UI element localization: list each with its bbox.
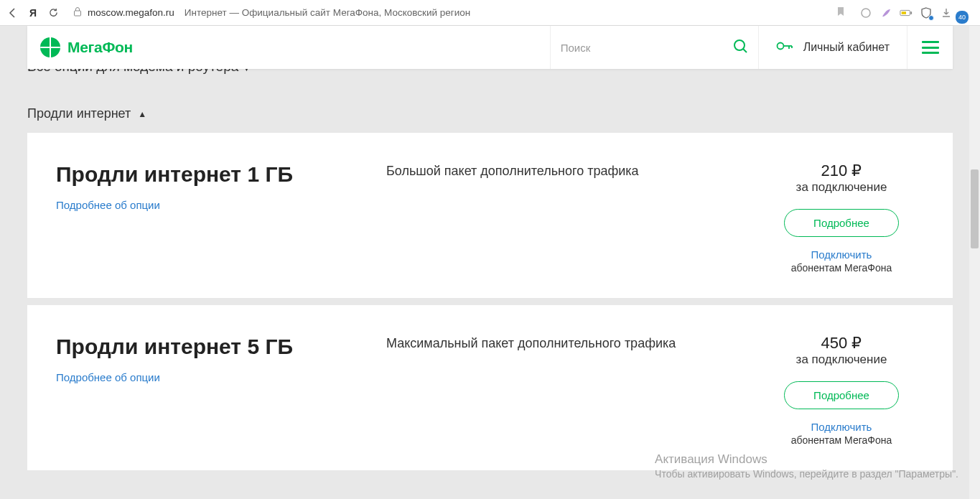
account-label: Личный кабинет (803, 41, 890, 54)
svg-rect-3 (902, 11, 906, 14)
plan-details-link[interactable]: Подробнее об опции (56, 199, 160, 211)
plan-price: 450 ₽ (759, 334, 924, 353)
plan-title: Продли интернет 1 ГБ (56, 162, 386, 187)
logo-text: МегаФон (67, 39, 133, 56)
svg-point-1 (862, 9, 870, 17)
plan-price-sub: за подключение (759, 180, 924, 195)
back-icon[interactable] (7, 7, 19, 19)
svg-point-5 (734, 40, 745, 50)
lock-icon (73, 6, 82, 19)
svg-rect-4 (910, 11, 912, 14)
svg-rect-0 (75, 11, 81, 16)
connect-link[interactable]: Подключить (759, 421, 924, 433)
subscriber-note: абонентам МегаФона (759, 262, 924, 274)
page-title: Интернет — Официальный сайт МегаФона, Мо… (185, 7, 470, 18)
plan-card: Продли интернет 5 ГБ Подробнее об опции … (27, 305, 953, 470)
download-icon[interactable] (940, 6, 953, 19)
details-button[interactable]: Подробнее (784, 381, 899, 409)
scrollbar-thumb[interactable] (971, 169, 979, 248)
shield-icon[interactable] (920, 6, 933, 19)
plan-price: 210 ₽ (759, 162, 924, 180)
subscriber-note: абонентам МегаФона (759, 434, 924, 446)
connect-link[interactable]: Подключить (759, 248, 924, 261)
url-domain: moscow.megafon.ru (88, 7, 174, 18)
plan-description: Максимальный пакет дополнительного трафи… (386, 334, 737, 353)
plan-description: Большой пакет дополнительного трафика (386, 162, 737, 181)
plan-title: Продли интернет 5 ГБ (56, 334, 386, 360)
reload-icon[interactable] (47, 7, 59, 19)
download-count-badge: 40 (956, 11, 969, 24)
svg-line-6 (743, 49, 747, 52)
scrollbar[interactable] (969, 26, 980, 499)
plan-details-link[interactable]: Подробнее об опции (56, 371, 160, 383)
feather-icon[interactable] (879, 6, 892, 19)
extension-circle-icon[interactable] (859, 6, 872, 19)
address-bar[interactable]: moscow.megafon.ru Интернет — Официальный… (67, 4, 851, 21)
logo-icon (40, 37, 60, 57)
logo[interactable]: МегаФон (27, 26, 149, 69)
hamburger-icon (922, 41, 939, 54)
account-link[interactable]: Личный кабинет (758, 26, 907, 69)
battery-icon[interactable] (900, 6, 913, 19)
menu-button[interactable] (907, 26, 953, 69)
svg-point-7 (777, 43, 783, 50)
yandex-icon[interactable]: Я (27, 7, 39, 19)
site-header: МегаФон Личный кабинет (27, 26, 953, 69)
section-prodli-internet[interactable]: Продли интернет ▲ (27, 79, 953, 133)
search-icon[interactable] (732, 38, 748, 57)
bookmark-icon[interactable] (836, 6, 845, 19)
plan-card: Продли интернет 1 ГБ Подробнее об опции … (27, 133, 953, 298)
browser-toolbar: Я moscow.megafon.ru Интернет — Официальн… (0, 0, 980, 26)
details-button[interactable]: Подробнее (784, 209, 899, 237)
search-box[interactable] (550, 26, 758, 69)
chevron-up-icon: ▲ (138, 109, 146, 119)
browser-right-icons: 40 (859, 6, 973, 19)
plan-price-sub: за подключение (759, 353, 924, 367)
search-input[interactable] (561, 42, 732, 54)
section-prodli-label: Продли интернет (27, 106, 131, 121)
key-icon (776, 40, 793, 55)
